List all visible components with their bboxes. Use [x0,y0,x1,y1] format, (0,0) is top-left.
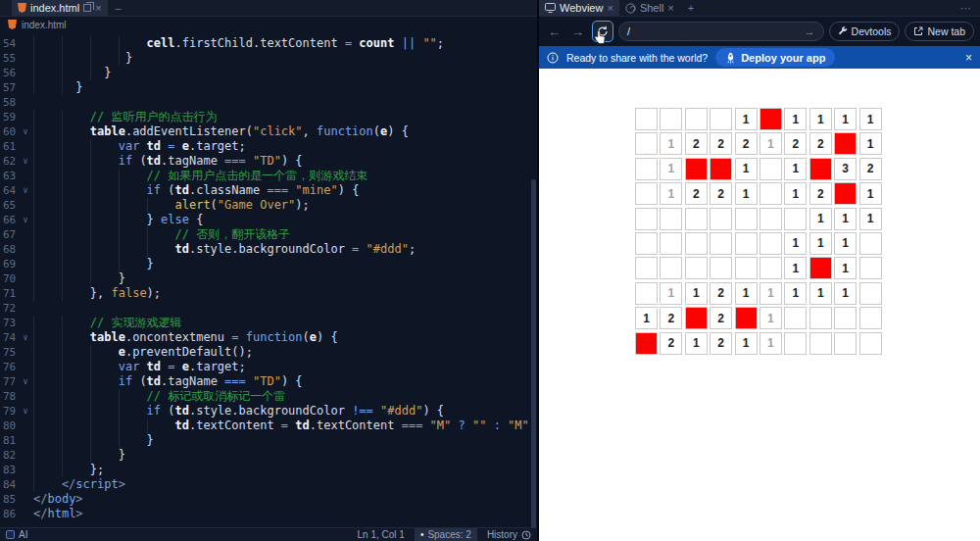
code-line[interactable]: 55} [0,51,537,66]
code-line[interactable]: 79∨if (td.style.backgroundColor !== "#dd… [0,404,537,418]
empty-cell[interactable] [760,257,782,279]
empty-cell[interactable] [660,208,682,230]
number-cell[interactable]: 1 [809,282,832,305]
code-line[interactable]: 60∨table.addEventListener("click", funct… [0,124,537,139]
code-line[interactable]: 54cell.firstChild.textContent = count ||… [0,36,537,51]
empty-cell[interactable] [710,208,732,230]
split-editor-icon[interactable] [83,4,91,12]
empty-cell[interactable] [735,232,758,255]
number-cell[interactable]: 1 [809,232,832,255]
breadcrumb[interactable]: index.html [0,17,537,32]
number-cell[interactable]: 1 [784,282,807,305]
number-cell[interactable]: 1 [735,182,758,205]
code-line[interactable]: 82} [0,448,537,463]
mine-cell[interactable] [635,332,658,355]
tab-webview[interactable]: Webview × [539,0,619,16]
number-cell[interactable]: 2 [685,132,708,155]
number-cell[interactable]: 1 [760,132,782,155]
empty-cell[interactable] [859,282,882,305]
number-cell[interactable]: 1 [784,158,807,180]
number-cell[interactable]: 2 [710,307,732,329]
number-cell[interactable]: 1 [834,108,857,130]
number-cell[interactable]: 1 [784,108,807,130]
code-line[interactable]: 74∨table.oncontextmenu = function(e) { [0,330,537,345]
code-line[interactable]: 67// 否则，翻开该格子 [0,227,537,242]
code-line[interactable]: 75e.preventDefault(); [0,345,537,360]
code-line[interactable]: 66∨} else { [0,213,537,227]
number-cell[interactable]: 1 [685,282,708,305]
number-cell[interactable]: 2 [809,182,832,205]
empty-cell[interactable] [735,257,758,279]
number-cell[interactable]: 2 [660,307,682,329]
number-cell[interactable]: 1 [784,257,807,279]
empty-cell[interactable] [809,307,832,329]
mine-cell[interactable] [735,307,758,329]
mine-cell[interactable] [685,307,708,329]
code-line[interactable]: 78// 标记或取消标记一个雷 [0,389,537,404]
code-editor[interactable]: 54cell.firstChild.textContent = count ||… [0,32,537,527]
mine-cell[interactable] [685,158,708,180]
empty-cell[interactable] [784,307,807,329]
number-cell[interactable]: 1 [735,332,758,355]
code-line[interactable]: 64∨if (td.className === "mine") { [0,183,537,198]
go-arrow-icon[interactable]: → [805,25,815,37]
fold-chevron-icon[interactable]: ∨ [20,213,31,227]
empty-cell[interactable] [859,307,882,329]
mine-cell[interactable] [760,108,782,130]
number-cell[interactable]: 2 [685,182,708,205]
empty-cell[interactable] [685,108,708,130]
code-line[interactable]: 80td.textContent = td.textContent === "M… [0,418,537,433]
number-cell[interactable]: 2 [735,132,758,155]
new-tab-button[interactable]: New tab [905,22,974,41]
number-cell[interactable]: 2 [660,332,682,355]
number-cell[interactable]: 1 [834,208,857,230]
number-cell[interactable]: 1 [735,108,758,130]
code-line[interactable]: 85</body> [0,492,537,507]
code-line[interactable]: 77∨if (td.tagName === "TD") { [0,374,537,389]
empty-cell[interactable] [660,232,682,255]
empty-cell[interactable] [859,257,882,279]
mine-cell[interactable] [834,182,857,205]
number-cell[interactable]: 1 [660,158,682,180]
empty-cell[interactable] [685,208,708,230]
number-cell[interactable]: 1 [660,182,682,205]
empty-cell[interactable] [635,232,658,255]
number-cell[interactable]: 1 [635,307,658,329]
fold-chevron-icon[interactable]: ∨ [20,154,31,169]
back-icon[interactable]: ← [545,25,564,39]
code-line[interactable]: 59// 监听用户的点击行为 [0,110,537,124]
code-line[interactable]: 68td.style.backgroundColor = "#ddd"; [0,242,537,257]
code-line[interactable]: 63// 如果用户点击的是一个雷，则游戏结束 [0,169,537,183]
number-cell[interactable]: 1 [834,257,857,279]
fold-chevron-icon[interactable]: ∨ [20,374,31,389]
number-cell[interactable]: 1 [735,158,758,180]
empty-cell[interactable] [685,257,708,279]
number-cell[interactable]: 1 [859,132,882,155]
empty-cell[interactable] [834,332,857,355]
empty-cell[interactable] [635,182,658,205]
code-line[interactable]: 72 [0,301,537,316]
code-line[interactable]: 58 [0,95,537,110]
empty-cell[interactable] [859,232,882,255]
cursor-position[interactable]: Ln 1, Col 1 [358,529,405,540]
code-line[interactable]: 69} [0,257,537,271]
devtools-button[interactable]: Devtools [829,22,901,41]
number-cell[interactable]: 1 [809,108,832,130]
code-line[interactable]: 57} [0,80,537,95]
empty-cell[interactable] [760,182,782,205]
number-cell[interactable]: 2 [710,132,732,155]
tab-shell[interactable]: Shell × [619,0,680,16]
number-cell[interactable]: 1 [660,132,682,155]
number-cell[interactable]: 1 [735,282,758,305]
empty-cell[interactable] [735,208,758,230]
ai-button[interactable]: AI [6,529,27,540]
number-cell[interactable]: 1 [760,332,782,355]
code-line[interactable]: 86</html> [0,507,537,521]
empty-cell[interactable] [784,332,807,355]
code-line[interactable]: 62∨if (td.tagName === "TD") { [0,154,537,169]
empty-cell[interactable] [660,257,682,279]
number-cell[interactable]: 2 [710,282,732,305]
empty-cell[interactable] [635,208,658,230]
number-cell[interactable]: 1 [859,208,882,230]
editor-menu-icon[interactable]: – [108,3,129,14]
